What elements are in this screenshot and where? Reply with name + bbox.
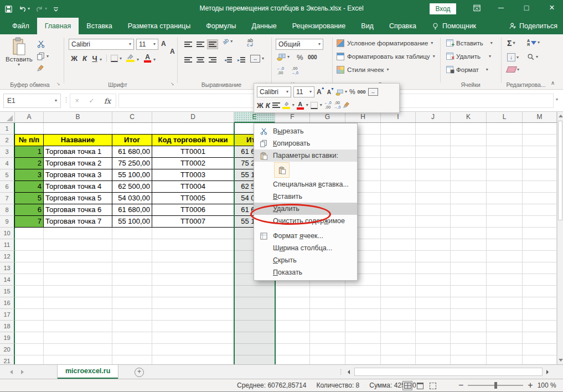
menu-item-clear-contents[interactable]: Очистить содержимое [254,215,357,227]
paste-button[interactable]: Вставить ▾ [6,37,32,79]
table-header-C[interactable]: Итог [112,135,152,146]
mini-font-size-combo[interactable]: 11▾ [293,86,314,97]
increase-indent-button[interactable]: ▸ [236,55,247,65]
tab-assistant[interactable]: Помощник [424,18,484,34]
fill-button[interactable]: ↓▾ [507,53,519,61]
italic-button[interactable]: К [81,54,89,63]
table-row-1-total[interactable]: 61 680,00 [112,146,152,158]
insert-cells-button[interactable]: + Вставить▾ [446,39,493,47]
table-row-6-name[interactable]: Торговая точка 6 [44,204,112,216]
underline-dropdown-icon[interactable]: ▾ [100,58,102,62]
add-sheet-icon[interactable]: + [135,368,144,377]
row-header-2[interactable]: 2 [0,135,15,146]
borders-button[interactable]: ▾ [111,55,122,62]
tab-file[interactable]: Файл [4,18,37,34]
mini-grow-font-button[interactable]: А▲ [317,88,322,96]
table-row-2-name[interactable]: Торговая точка 2 [44,158,112,169]
table-row-1-name[interactable]: Торговая точка 1 [44,146,112,158]
cell-styles-button[interactable]: Стили ячеек▾ [337,66,389,74]
mini-font-name-combo[interactable]: Calibri▾ [257,86,291,97]
sheet-tab-active[interactable]: microexcel.ru [57,365,118,379]
column-header-G[interactable]: G [310,112,345,122]
scroll-up-icon[interactable] [559,115,563,117]
column-header-A[interactable]: A [15,112,44,122]
vertical-scrollbar-thumb[interactable] [558,121,562,220]
decrease-indent-button[interactable]: ◂ [223,55,234,65]
page-break-view-button[interactable] [428,381,438,390]
maximize-button[interactable]: □ [517,0,536,16]
zoom-level[interactable]: 100 % [538,381,556,389]
zoom-out-icon[interactable]: − [458,380,463,390]
select-all-corner[interactable] [0,112,15,122]
format-painter-icon[interactable] [37,64,45,73]
table-row-5-num[interactable]: 5 [15,193,44,204]
mini-fill-color-dropdown-icon[interactable]: ▾ [292,103,295,107]
column-header-L[interactable]: L [487,112,523,122]
row-header-16[interactable]: 16 [0,297,15,309]
row-header-17[interactable]: 17 [0,309,15,321]
format-as-table-button[interactable]: Форматировать как таблицу▾ [337,53,435,60]
row-header-14[interactable]: 14 [0,274,15,286]
share-button[interactable]: Поделиться [509,18,557,34]
table-row-7-total[interactable]: 55 100,00 [112,216,152,228]
table-row-2-total[interactable]: 75 250,00 [112,158,152,169]
mini-comma-button[interactable]: 000 [358,89,366,95]
hscroll-left-button[interactable] [344,368,353,376]
align-top-button[interactable] [183,39,194,49]
menu-item-cut[interactable]: Вырезать [254,125,357,137]
mini-merge-button[interactable]: ↔ [368,88,378,96]
orientation-button[interactable]: ab▾ [223,38,233,44]
font-dialog-launcher-icon[interactable]: ↘ [169,81,175,87]
table-row-2-num[interactable]: 2 [15,158,44,169]
expand-formula-bar-icon[interactable]: ▾ [556,97,558,102]
formula-bar-splitter[interactable]: ⋮ [63,96,69,104]
menu-item-unhide[interactable]: Показать [254,266,357,278]
table-row-5-name[interactable]: Торговая точка 5 [44,193,112,204]
ribbon-display-options-icon[interactable] [467,0,486,16]
tab-page-layout[interactable]: Разметка страницы [120,18,198,34]
hscroll-right-button[interactable] [543,368,552,376]
tab-review[interactable]: Рецензирование [285,18,354,34]
column-header-K[interactable]: K [451,112,487,122]
login-button[interactable]: Вход [430,3,456,14]
table-row-1-num[interactable]: 1 [15,146,44,158]
mini-accounting-button[interactable]: ▾ [335,89,347,96]
table-row-4-num[interactable]: 4 [15,181,44,193]
font-name-combo[interactable]: Calibri▾ [69,39,134,50]
table-row-7-code[interactable]: ТТ0007 [152,216,234,228]
table-row-1-code[interactable]: ТТ0001 [152,146,234,158]
mini-fill-color-button[interactable] [282,101,290,109]
row-header-9[interactable]: 9 [0,216,15,228]
menu-item-delete[interactable]: Удалить [254,203,357,215]
table-row-4-name[interactable]: Торговая точка 4 [44,181,112,193]
column-header-D[interactable]: D [152,112,234,122]
mini-shrink-font-button[interactable]: А▼ [327,89,331,95]
table-row-5-total[interactable]: 54 030,00 [112,193,152,204]
mini-decrease-decimal-button[interactable]: ,00→,0 [334,101,341,110]
mini-bold-button[interactable]: Ж [257,101,264,110]
tab-help[interactable]: Справка [381,18,424,34]
collapse-ribbon-icon[interactable]: ∧ [551,80,555,86]
increase-decimal-button[interactable]: ←,0,00 [277,66,284,75]
row-header-5[interactable]: 5 [0,169,15,181]
cut-icon[interactable] [37,40,45,48]
copy-icon[interactable]: ▾ [37,52,49,60]
menu-item-copy[interactable]: Копировать [254,137,357,149]
row-header-7[interactable]: 7 [0,193,15,204]
bold-button[interactable]: Ж [70,54,79,63]
align-left-button[interactable] [183,55,194,65]
table-row-4-total[interactable]: 62 500,00 [112,181,152,193]
table-row-7-name[interactable]: Торговая точка 7 [44,216,112,228]
clear-button[interactable]: ▾ [507,66,519,73]
sort-filter-button[interactable]: АЯ ▾ [527,39,540,47]
delete-cells-button[interactable]: × Удалить▾ [446,53,491,60]
conditional-formatting-button[interactable]: Условное форматирование▾ [337,39,433,47]
mini-italic-button[interactable]: К [266,101,270,110]
mini-increase-decimal-button[interactable]: ←,0,00 [324,101,332,110]
tab-formulas[interactable]: Формулы [198,18,244,34]
row-header-6[interactable]: 6 [0,181,15,193]
align-bottom-button[interactable] [207,39,218,49]
row-header-19[interactable]: 19 [0,332,15,344]
column-header-C[interactable]: C [112,112,152,122]
zoom-slider[interactable] [468,385,523,386]
